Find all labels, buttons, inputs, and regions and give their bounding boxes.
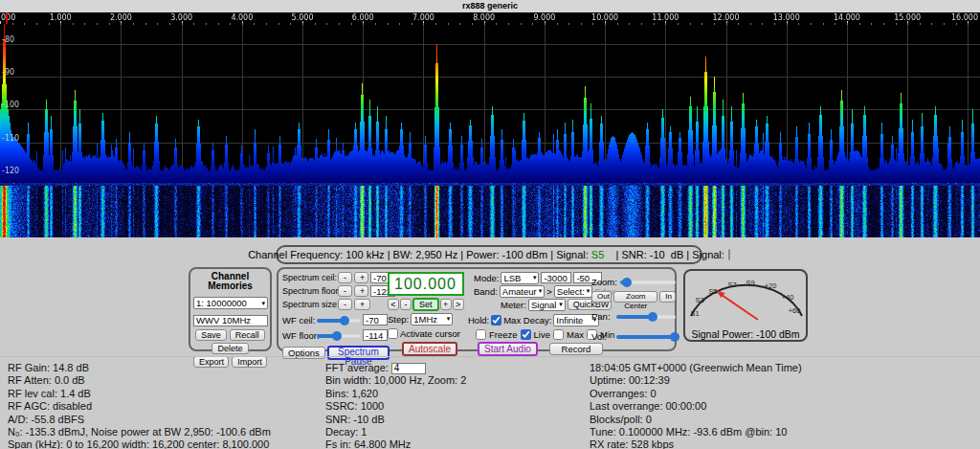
save-button[interactable]: Save	[195, 329, 227, 341]
rf-status-line: N₀: -135.3 dBmJ, Noise power at BW 2,950…	[8, 426, 274, 438]
system-status-line: Blocks/poll: 0	[590, 414, 802, 426]
meter-select-value: Signal	[531, 300, 556, 310]
activate-cursor-label: Activate cursor	[400, 328, 460, 339]
signal-strength-bar	[728, 249, 730, 260]
filter-low-input[interactable]	[541, 272, 571, 283]
freeze-checkbox[interactable]	[476, 329, 486, 340]
rf-status-line: RF Atten: 0.0 dB	[8, 374, 274, 387]
meter-select[interactable]: Signal▾	[528, 299, 566, 311]
zoom-center-button[interactable]: Zoom Center	[613, 291, 657, 303]
autoscale-button[interactable]: Autoscale	[402, 342, 457, 356]
wf-ceil-input[interactable]	[363, 314, 388, 326]
spectrum-size-plus-button[interactable]: +	[354, 299, 370, 310]
zoom-out-button[interactable]: Out	[591, 291, 612, 303]
fft-status-line: Bin width: 10,000 Hz, Zoom: 2	[325, 374, 466, 387]
freq-step-right-button[interactable]: >	[453, 299, 464, 310]
mode-controls: Mode: LSB▾ Band: Amateur▾ > Select:▾ Edg…	[468, 272, 612, 358]
freq-step-left-button[interactable]: <	[388, 299, 399, 310]
pan-slider[interactable]	[616, 311, 676, 322]
channel-status-text-mid: | SNR: -10 dB | Signal:	[604, 249, 724, 260]
gauge-scale-label: S9	[746, 279, 754, 287]
fft-status-line: SSRC: 1000	[325, 400, 466, 413]
channel-memories-title: Channel Memories	[193, 272, 267, 291]
mode-label: Mode:	[474, 273, 499, 283]
zoom-in-button[interactable]: In	[659, 291, 676, 303]
spectrum-pause-button[interactable]: Spectrum Pause	[327, 346, 390, 360]
band-sub-select-value: Select:	[557, 286, 585, 297]
signal-s-value: S5	[591, 249, 604, 260]
freeze-label: Freeze	[489, 329, 518, 340]
freq-set-button[interactable]: Set	[412, 298, 439, 311]
rf-status-line: RF AGC: disabled	[8, 400, 274, 413]
record-button[interactable]: Record	[549, 343, 603, 355]
signal-power-caption: Signal Power: -100 dBm	[687, 328, 804, 340]
chevron-down-icon: ▾	[587, 287, 590, 295]
freq-plus-button[interactable]: +	[440, 299, 452, 310]
status-divider	[0, 356, 980, 357]
zoom-slider[interactable]	[620, 277, 676, 287]
control-area: Channel Frequency: 100 kHz | BW: 2,950 H…	[0, 237, 980, 449]
chevron-down-icon: ▾	[447, 315, 451, 323]
memory-select[interactable]: 1: 10000000▾	[193, 297, 268, 309]
chevron-down-icon: ▾	[539, 287, 543, 295]
spectrum-waterfall-canvas[interactable]	[0, 12, 980, 237]
system-status-column: 18:04:05 GMT+0000 (Greenwich Mean Time)U…	[590, 362, 802, 449]
signal-meter-gauge: S1S3S5S7S9+20+40+60	[687, 272, 806, 327]
mode-select-value: LSB	[503, 273, 521, 283]
freq-minus-button[interactable]: -	[400, 299, 412, 310]
zoom-pan-vol-controls: Zoom: Out Zoom Center In Pan: Vol:	[591, 272, 676, 344]
system-status-line: 18:04:05 GMT+0000 (Greenwich Mean Time)	[590, 362, 802, 374]
activate-cursor-checkbox[interactable]	[388, 328, 398, 339]
max-decay-label: Max Decay:	[503, 315, 551, 326]
fft-status-line: Fs in: 64.800 MHz	[325, 438, 466, 449]
spectrum-floor-minus-button[interactable]: -	[338, 285, 352, 297]
chevron-down-icon: ▾	[533, 274, 537, 281]
wf-floor-slider[interactable]	[317, 330, 361, 341]
spectrum-size-minus-button[interactable]: -	[338, 299, 352, 310]
options-button[interactable]: Options	[282, 347, 325, 359]
system-status-line: Overranges: 0	[590, 388, 802, 400]
memory-label-input[interactable]	[193, 315, 268, 326]
frequency-display: 100.000	[388, 272, 464, 296]
fft-average-input[interactable]	[391, 363, 426, 374]
spectrum-ceil-label: Spectrum ceil:	[282, 273, 336, 282]
vol-slider[interactable]	[616, 331, 676, 342]
rf-status-line: RF Gain: 14.8 dB	[8, 362, 274, 374]
spectrum-ceil-minus-button[interactable]: -	[338, 272, 352, 283]
step-label: Step:	[388, 314, 409, 325]
wf-ceil-slider[interactable]	[317, 315, 361, 326]
hold-max-checkbox[interactable]	[491, 315, 501, 326]
system-status-line: Tune: 0.100000 MHz: -93.6 dBm @bin: 10	[590, 426, 802, 438]
band-sub-select[interactable]: Select:▾	[554, 285, 593, 298]
mode-select[interactable]: LSB▾	[501, 272, 539, 284]
fft-status-column: FFT average: Bin width: 10,000 Hz, Zoom:…	[325, 362, 466, 449]
fft-status-line: Decay: 1	[325, 426, 466, 438]
spectrum-floor-label: Spectrum floor:	[282, 286, 336, 296]
live-checkbox[interactable]	[521, 329, 531, 340]
hold-label: Hold:	[468, 315, 489, 326]
band-label: Band:	[474, 286, 498, 297]
gauge-scale-label: +20	[765, 281, 777, 290]
max-checkbox[interactable]	[553, 329, 564, 340]
gauge-scale-label: S1	[690, 309, 699, 318]
step-select-value: 1MHz	[413, 314, 437, 325]
decay-select-value: Infinite	[556, 315, 583, 326]
spectrum-floor-plus-button[interactable]: +	[354, 285, 368, 297]
band-gt-label: >	[546, 286, 552, 297]
fft-status-line: SNR: -10 dB	[325, 414, 466, 426]
memory-select-value: 1: 10000000	[196, 298, 247, 308]
channel-status-text: Channel Frequency: 100 kHz | BW: 2,950 H…	[248, 249, 591, 260]
system-status-line: Uptime: 00:12:39	[590, 374, 802, 387]
start-audio-button[interactable]: Start Audio	[478, 342, 538, 356]
recall-button[interactable]: Recall	[230, 329, 265, 341]
spectrum-ceil-plus-button[interactable]: +	[354, 272, 368, 283]
spectrum-size-label: Spectrum size:	[282, 300, 336, 309]
frequency-controls: 100.000 < - Set + > Step: 1MHz▾ Activate	[388, 272, 472, 358]
delete-button[interactable]: Delete	[212, 343, 248, 354]
system-status-line: Last overrange: 00:00:00	[590, 400, 802, 413]
wf-floor-input[interactable]	[363, 329, 388, 341]
signal-meter-panel: S1S3S5S7S9+20+40+60 Signal Power: -100 d…	[683, 269, 808, 342]
step-select[interactable]: 1MHz▾	[411, 313, 453, 326]
gauge-scale-label: +60	[789, 306, 801, 315]
band-select[interactable]: Amateur▾	[500, 285, 545, 298]
